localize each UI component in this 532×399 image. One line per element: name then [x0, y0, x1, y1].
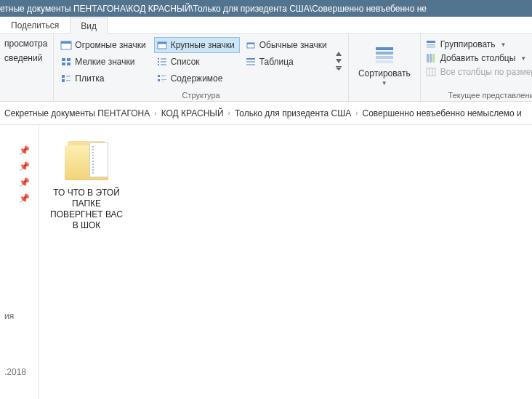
window-titlebar: етные документы ПЕНТАГОНА\КОД КРАСНЫЙ\То…: [0, 0, 532, 17]
title-path: етные документы ПЕНТАГОНА\КОД КРАСНЫЙ\То…: [0, 4, 427, 14]
svg-rect-24: [161, 75, 166, 76]
add-columns-button[interactable]: Добавить столбцы ▼: [425, 52, 532, 64]
svg-rect-28: [161, 81, 165, 81]
svg-rect-20: [66, 76, 70, 77]
svg-rect-3: [158, 42, 166, 44]
svg-rect-16: [246, 58, 255, 60]
ribbon-tabstrip: Поделиться Вид: [0, 17, 532, 34]
svg-rect-15: [161, 64, 166, 65]
svg-rect-42: [432, 54, 435, 63]
pin-icon: 📌: [3, 174, 36, 190]
list-icon: [156, 56, 168, 68]
svg-rect-22: [66, 80, 70, 81]
content-icon: [156, 73, 168, 84]
folder-item[interactable]: ТО ЧТО В ЭТОЙ ПАПКЕ ПОВЕРГНЕТ ВАС В ШОК: [47, 138, 126, 231]
layout-small-icons[interactable]: Мелкие значки: [58, 54, 150, 70]
svg-rect-5: [247, 43, 254, 44]
folder-icon: [60, 138, 113, 183]
svg-rect-8: [62, 63, 65, 65]
breadcrumb-bar[interactable]: Секретные документы ПЕНТАГОНА › КОД КРАС…: [0, 102, 532, 125]
svg-rect-38: [427, 44, 435, 46]
layout-large-icons[interactable]: Крупные значки: [154, 37, 240, 53]
ribbon: просмотра сведений Огромные значки: [0, 34, 532, 102]
pin-icon: 📌: [3, 158, 36, 174]
file-list-area[interactable]: ТО ЧТО В ЭТОЙ ПАПКЕ ПОВЕРГНЕТ ВАС В ШОК: [39, 125, 532, 399]
nav-pane[interactable]: 📌 📌 📌 📌 ия .2018: [0, 125, 39, 399]
breadcrumb-caret-icon[interactable]: ›: [352, 109, 360, 117]
group-by-button[interactable]: Группировать ▼: [425, 39, 532, 50]
dropdown-arrow-icon: ▼: [501, 41, 507, 48]
huge-icons-icon: [60, 39, 72, 51]
scroll-up-icon[interactable]: [335, 51, 342, 57]
svg-rect-43: [427, 68, 435, 76]
breadcrumb-caret-icon[interactable]: ›: [225, 109, 233, 117]
small-icons-icon: [60, 56, 72, 68]
svg-rect-18: [246, 64, 255, 65]
layout-details[interactable]: Содержимое: [154, 70, 240, 86]
svg-rect-10: [158, 58, 159, 60]
breadcrumb-item[interactable]: Только для призедента США: [233, 108, 352, 118]
svg-rect-40: [427, 54, 429, 63]
svg-rect-23: [158, 75, 160, 77]
tab-view[interactable]: Вид: [70, 17, 108, 34]
group-label-layout: Структура: [58, 91, 343, 101]
dropdown-arrow-icon: ▼: [520, 55, 526, 62]
folder-label: ТО ЧТО В ЭТОЙ ПАПКЕ ПОВЕРГНЕТ ВАС В ШОК: [47, 188, 126, 231]
svg-rect-27: [161, 79, 166, 80]
autofit-columns-icon: [425, 66, 437, 78]
workspace: 📌 📌 📌 📌 ия .2018 ТО ЧТО В ЭТОЙ ПАПКЕ ПОВ…: [0, 125, 532, 399]
add-columns-icon: [425, 52, 437, 64]
svg-rect-36: [376, 60, 393, 63]
svg-rect-9: [67, 63, 70, 65]
normal-icons-icon: [245, 39, 257, 51]
svg-rect-34: [376, 52, 393, 55]
nav-text-fragment: .2018: [3, 364, 36, 380]
svg-rect-26: [158, 79, 160, 81]
svg-rect-7: [67, 58, 70, 61]
expand-gallery-icon[interactable]: [335, 65, 342, 71]
svg-marker-30: [336, 59, 342, 63]
pin-icon: 📌: [3, 142, 36, 158]
large-icons-icon: [156, 39, 168, 51]
svg-marker-29: [336, 52, 342, 56]
breadcrumb-item[interactable]: КОД КРАСНЫЙ: [160, 108, 225, 118]
tab-share[interactable]: Поделиться: [0, 17, 70, 33]
svg-rect-35: [376, 56, 393, 59]
breadcrumb-item[interactable]: Совершенно невъебенно немыслемо и: [361, 108, 523, 118]
panes-preview-label[interactable]: просмотра: [4, 39, 47, 49]
svg-rect-37: [427, 41, 435, 43]
layout-table[interactable]: Таблица: [243, 54, 332, 70]
layout-list[interactable]: Список: [154, 54, 240, 70]
layout-normal-icons[interactable]: Обычные значки: [243, 37, 332, 53]
tile-icon: [60, 73, 72, 84]
svg-rect-11: [161, 58, 166, 60]
layout-tile[interactable]: Плитка: [58, 70, 150, 86]
svg-rect-12: [158, 61, 159, 63]
panes-details-label[interactable]: сведений: [4, 53, 47, 63]
autofit-columns-button: Все столбцы по размеру соде: [425, 66, 532, 78]
svg-rect-33: [376, 47, 393, 50]
svg-rect-17: [246, 61, 255, 63]
breadcrumb-item[interactable]: Секретные документы ПЕНТАГОНА: [3, 108, 151, 118]
svg-rect-6: [62, 58, 65, 61]
table-icon: [245, 56, 257, 68]
svg-rect-25: [161, 76, 165, 77]
svg-marker-32: [336, 68, 342, 70]
nav-text-fragment: ия: [3, 308, 36, 324]
breadcrumb-caret-icon[interactable]: ›: [151, 109, 159, 117]
sort-icon: [373, 44, 396, 67]
svg-rect-31: [336, 66, 342, 67]
svg-rect-41: [430, 54, 432, 63]
group-by-icon: [425, 39, 437, 50]
scroll-down-icon[interactable]: [335, 58, 342, 64]
layout-huge-icons[interactable]: Огромные значки: [58, 37, 150, 53]
svg-rect-14: [158, 64, 159, 65]
svg-rect-21: [62, 79, 65, 82]
sort-button[interactable]: Сортировать ▼: [353, 36, 416, 91]
group-label-current-view: Текущее представление: [425, 91, 532, 101]
svg-rect-19: [62, 75, 65, 78]
pin-icon: 📌: [3, 190, 36, 206]
svg-rect-39: [427, 47, 435, 48]
dropdown-arrow-icon: ▼: [382, 80, 387, 86]
svg-rect-13: [161, 61, 166, 63]
